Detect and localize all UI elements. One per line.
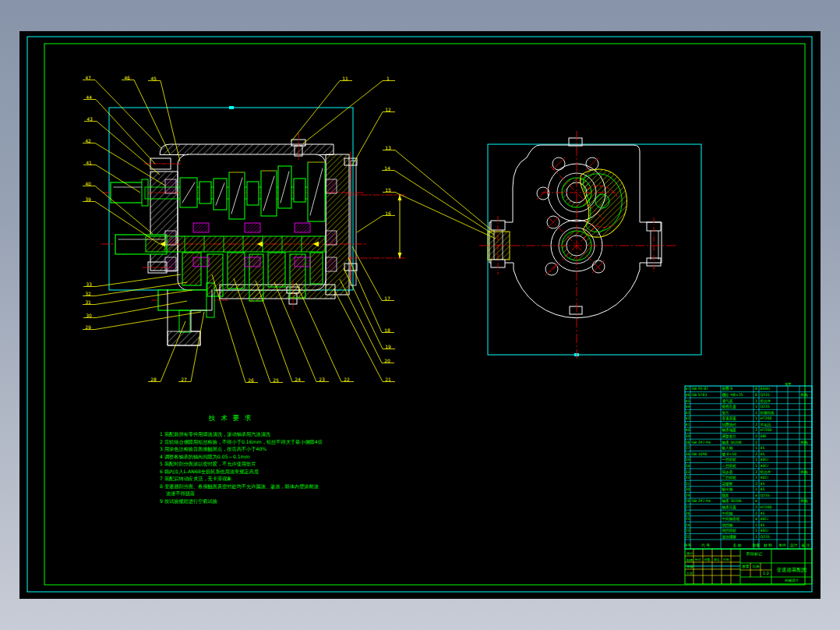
- table-cell: 45: [761, 452, 765, 456]
- table-cell: Q235: [761, 535, 770, 539]
- table-cell: 4: [755, 494, 757, 497]
- shift-pocket-section: [581, 169, 627, 237]
- scale-label: 比例: [753, 565, 761, 569]
- balloon-number: 17: [384, 296, 390, 301]
- table-cell: 45: [761, 446, 765, 450]
- sig-label: 设计: [686, 551, 694, 555]
- sheet-frame: [27, 37, 812, 592]
- table-cell: 4: [755, 517, 757, 521]
- table-cell: 1: [755, 511, 757, 515]
- balloon-number: 19: [385, 344, 391, 349]
- table-header: 总计: [790, 543, 798, 547]
- table-cell: 45: [686, 399, 690, 403]
- balloon-number: 28: [150, 377, 157, 382]
- leader-line: [334, 288, 383, 382]
- table-cell: 外购: [801, 469, 809, 475]
- table-cell: 46: [686, 393, 690, 397]
- leader-line: [344, 268, 383, 349]
- balloon-number: 32: [85, 291, 91, 296]
- frame-inner: [44, 44, 805, 585]
- balloon-number: 21: [385, 377, 391, 382]
- balloon-number: 1: [386, 76, 390, 81]
- table-cell: 1: [755, 405, 757, 409]
- table-cell: 螺栓 M8×25: [722, 392, 743, 398]
- table-cell: 32: [686, 476, 690, 480]
- table-cell: 垫圈 8: [722, 387, 733, 391]
- table-cell: 36: [686, 452, 690, 456]
- table-cell: 轴承 30206: [722, 499, 742, 504]
- table-header: 代 号: [701, 543, 710, 547]
- cad-drawing[interactable]: 4746454443424140393332313029282726252423…: [19, 31, 821, 599]
- mark-label: 签名: [714, 557, 720, 561]
- table-cell: 2: [755, 423, 757, 426]
- mark-label: 处数: [704, 557, 711, 561]
- cad-model-space[interactable]: { "colors":{"background_top":"#8794a9","…: [19, 31, 821, 599]
- notes-item-cont: 油漆不得脱落: [166, 490, 195, 497]
- table-cell: Q235: [761, 405, 770, 409]
- table-cell: 45: [761, 511, 765, 515]
- table-cell: 22: [686, 535, 690, 539]
- table-border: [685, 386, 812, 549]
- balloon-number: 22: [344, 377, 350, 382]
- balloon-number: 29: [85, 324, 91, 330]
- balloon-number: 20: [384, 358, 390, 363]
- table-cell: 轴承端盖: [722, 428, 737, 433]
- table-cell: 窥视孔盖: [722, 404, 737, 409]
- balloon-number: 27: [181, 377, 187, 382]
- table-cell: 1: [755, 411, 757, 415]
- table-cell: 31: [686, 482, 690, 486]
- table-cell: 42: [686, 416, 690, 420]
- notes-item: 1 装配前所有零件用煤油清洗，滚动轴承用汽油清洗: [160, 431, 271, 437]
- mark-label: 标记: [694, 557, 701, 561]
- table-cell: 23: [686, 529, 690, 533]
- vertical-dimension: [348, 195, 405, 258]
- input-shaft: [111, 179, 148, 206]
- table-cell: 1: [755, 476, 757, 480]
- table-cell: 2: [755, 452, 757, 456]
- balloon-number: 44: [86, 94, 92, 100]
- lower-output-shaft: [158, 283, 214, 332]
- table-cell: 8: [755, 387, 757, 391]
- mark-labels: 标记处数签名日期: [694, 557, 729, 561]
- table-cell: 轴承压盖: [722, 505, 737, 510]
- table-cell: 组合件: [761, 470, 771, 474]
- drawing-title: 变速器装配图: [777, 567, 807, 573]
- table-cell: 2: [755, 482, 757, 486]
- table-cell: 8: [755, 393, 757, 397]
- left-flange-bolt-top: [144, 158, 181, 169]
- notes-item: 2 齿轮啮合侧隙用铅丝检验，不得小于0.16mm，铅丝不得大于最小侧隙4倍: [160, 439, 323, 445]
- table-cell: 外购: [801, 440, 809, 445]
- leader-line: [291, 81, 340, 142]
- table-cell: 花键毂: [722, 482, 733, 487]
- table-cell: 44: [686, 405, 690, 409]
- leader-line: [95, 80, 161, 149]
- table-cell: 1: [755, 487, 757, 491]
- parts-table: 47GB 93-87垫圈 8865Mn46GB 5783螺栓 M8×258Q23…: [684, 382, 812, 550]
- leader-line: [97, 122, 160, 175]
- leader-line: [348, 257, 382, 333]
- notes-item: 3 用涂色法检验齿面接触斑点，按齿高不小于40%: [160, 446, 266, 452]
- table-cell: 43: [686, 411, 690, 415]
- balloon-number: 13: [385, 145, 391, 150]
- desktop-background: { "colors":{"background_top":"#8794a9","…: [0, 0, 840, 630]
- table-cell: 1: [755, 399, 757, 403]
- table-cell: 通气器: [722, 398, 733, 403]
- table-cell: 毡圈油封: [722, 423, 737, 426]
- organization: 机械设计: [785, 578, 799, 582]
- table-cell: 27: [686, 505, 690, 509]
- balloon-number: 33: [86, 281, 92, 287]
- table-cell: 26: [686, 511, 690, 515]
- table-cell: 倒挡齿轮: [722, 529, 737, 533]
- table-cell: 2: [755, 434, 757, 438]
- table-cell: HT200: [761, 505, 772, 509]
- leader-line: [357, 216, 383, 233]
- table-cell: 二挡齿轮: [722, 464, 737, 469]
- balloon-number: 43: [86, 116, 93, 122]
- notes-item: 7 装配后转动应灵活，无卡滞现象: [160, 476, 232, 482]
- grip-point[interactable]: [229, 106, 234, 109]
- leader-line: [191, 312, 204, 382]
- leader-line: [352, 112, 383, 166]
- table-header: 数量: [753, 543, 761, 547]
- notes-title: 技 术 要 求: [208, 414, 252, 422]
- table-cell: Q235: [761, 494, 770, 497]
